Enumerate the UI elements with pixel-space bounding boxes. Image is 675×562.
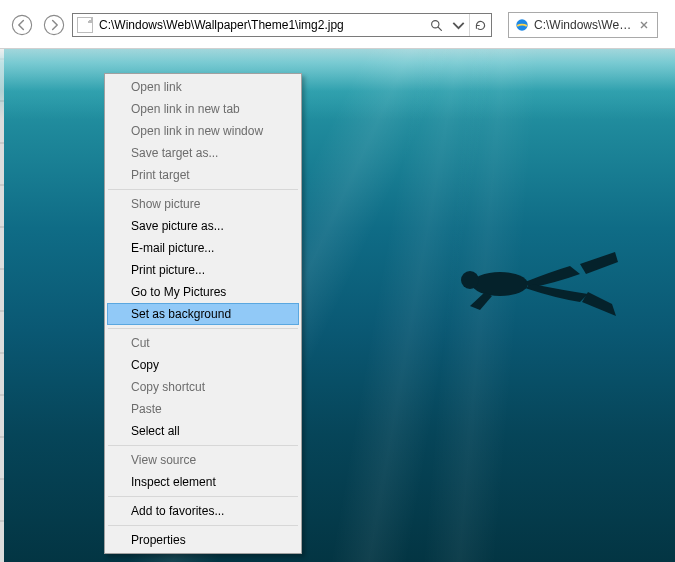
svg-point-6 bbox=[461, 271, 479, 289]
ctx-inspect-element[interactable]: Inspect element bbox=[107, 471, 299, 493]
tab-strip: C:\Windows\Web\Wa... bbox=[508, 12, 658, 38]
ctx-separator bbox=[108, 328, 298, 329]
browser-tab[interactable]: C:\Windows\Web\Wa... bbox=[508, 12, 658, 38]
ctx-save-picture-as[interactable]: Save picture as... bbox=[107, 215, 299, 237]
ctx-set-as-background[interactable]: Set as background bbox=[107, 303, 299, 325]
ctx-separator bbox=[108, 189, 298, 190]
search-icon bbox=[430, 19, 443, 32]
address-input[interactable] bbox=[97, 14, 425, 36]
tab-close-button[interactable] bbox=[637, 18, 651, 32]
ctx-show-picture: Show picture bbox=[107, 193, 299, 215]
diver-figure bbox=[430, 244, 620, 324]
search-button[interactable] bbox=[425, 14, 447, 36]
ctx-select-all[interactable]: Select all bbox=[107, 420, 299, 442]
browser-toolbar: C:\Windows\Web\Wa... bbox=[0, 0, 675, 49]
ctx-go-to-my-pictures[interactable]: Go to My Pictures bbox=[107, 281, 299, 303]
svg-point-5 bbox=[472, 272, 528, 296]
ctx-copy[interactable]: Copy bbox=[107, 354, 299, 376]
refresh-button[interactable] bbox=[469, 14, 491, 36]
back-button[interactable] bbox=[8, 11, 36, 39]
forward-button[interactable] bbox=[40, 11, 68, 39]
ctx-print-target: Print target bbox=[107, 164, 299, 186]
svg-point-1 bbox=[44, 15, 63, 34]
ctx-separator bbox=[108, 445, 298, 446]
ctx-view-source: View source bbox=[107, 449, 299, 471]
svg-line-3 bbox=[438, 27, 441, 30]
page-icon bbox=[77, 17, 93, 33]
ctx-properties[interactable]: Properties bbox=[107, 529, 299, 551]
refresh-icon bbox=[474, 19, 487, 32]
search-dropdown[interactable] bbox=[447, 14, 469, 36]
page-content[interactable]: Open link Open link in new tab Open link… bbox=[0, 49, 675, 562]
close-icon bbox=[640, 21, 648, 29]
arrow-left-icon bbox=[11, 14, 33, 36]
ctx-copy-shortcut: Copy shortcut bbox=[107, 376, 299, 398]
arrow-right-icon bbox=[43, 14, 65, 36]
left-gutter bbox=[0, 49, 4, 562]
ctx-print-picture[interactable]: Print picture... bbox=[107, 259, 299, 281]
ctx-email-picture[interactable]: E-mail picture... bbox=[107, 237, 299, 259]
water-surface bbox=[0, 49, 675, 119]
ctx-paste: Paste bbox=[107, 398, 299, 420]
ctx-save-target-as: Save target as... bbox=[107, 142, 299, 164]
chevron-down-icon bbox=[452, 19, 465, 32]
ie-icon bbox=[515, 18, 529, 32]
tab-title: C:\Windows\Web\Wa... bbox=[534, 18, 633, 32]
ctx-cut: Cut bbox=[107, 332, 299, 354]
ctx-open-link-new-window: Open link in new window bbox=[107, 120, 299, 142]
svg-point-0 bbox=[12, 15, 31, 34]
ctx-open-link-new-tab: Open link in new tab bbox=[107, 98, 299, 120]
context-menu: Open link Open link in new tab Open link… bbox=[104, 73, 302, 554]
ctx-separator bbox=[108, 525, 298, 526]
address-bar[interactable] bbox=[72, 13, 492, 37]
ctx-add-to-favorites[interactable]: Add to favorites... bbox=[107, 500, 299, 522]
ctx-open-link: Open link bbox=[107, 76, 299, 98]
ctx-separator bbox=[108, 496, 298, 497]
